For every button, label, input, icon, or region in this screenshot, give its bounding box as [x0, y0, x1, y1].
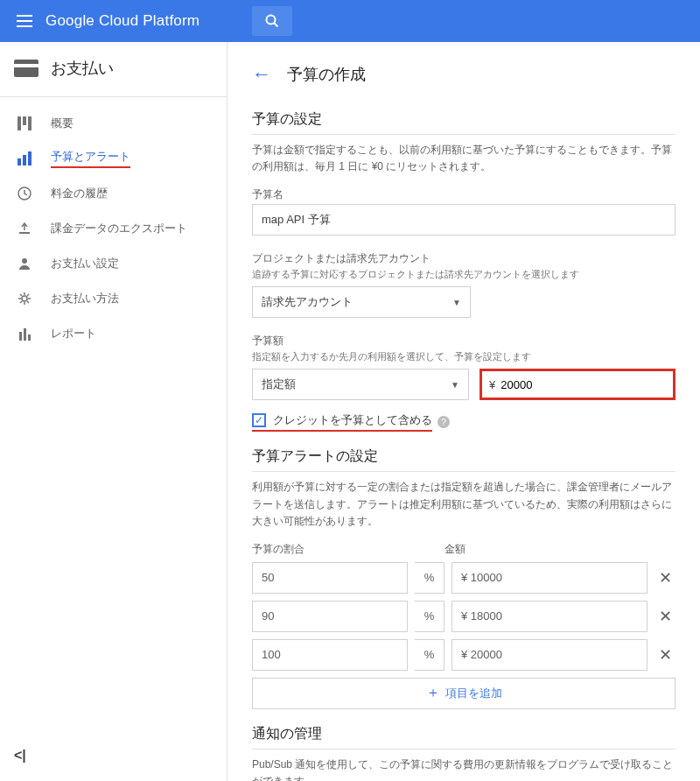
sidebar-item-export[interactable]: 課金データのエクスポート	[0, 211, 227, 246]
back-arrow-icon[interactable]: ←	[252, 63, 271, 86]
billing-icon	[14, 60, 38, 77]
sidebar-item-history[interactable]: 料金の履歴	[0, 176, 227, 211]
top-bar: Google Cloud Platform	[0, 0, 700, 42]
search-icon	[265, 14, 279, 28]
sidebar: お支払い 概要 予算とアラート 料金の履歴 課金データのエクスポート お支払い設…	[0, 42, 228, 781]
page-header: ← 予算の作成	[252, 63, 676, 86]
budgets-icon	[14, 148, 35, 169]
alert-table: 予算の割合 金額 % ¥ 10000 ✕ % ¥ 18000 ✕ % ¥ 200…	[252, 542, 676, 709]
budget-section-title: 予算の設定	[252, 110, 676, 135]
sidebar-item-label: 料金の履歴	[51, 186, 108, 201]
pct-symbol: %	[415, 601, 444, 632]
alert-amount: ¥ 20000	[452, 639, 648, 671]
amount-type-value: 指定額	[262, 376, 296, 392]
reports-icon	[14, 323, 35, 344]
alert-amount: ¥ 18000	[452, 601, 648, 632]
svg-rect-15	[28, 334, 31, 341]
menu-icon[interactable]	[7, 4, 42, 39]
svg-rect-13	[19, 332, 22, 341]
scope-select[interactable]: 請求先アカウント ▼	[252, 286, 471, 318]
svg-rect-14	[24, 328, 26, 341]
pct-symbol: %	[415, 639, 444, 671]
amount-input[interactable]	[500, 378, 666, 391]
chevron-down-icon: ▼	[452, 298, 461, 307]
search-button[interactable]	[252, 6, 292, 36]
add-item-button[interactable]: ＋ 項目を追加	[252, 678, 676, 709]
svg-point-11	[22, 258, 27, 264]
svg-rect-6	[18, 158, 21, 165]
delete-row-icon[interactable]: ✕	[654, 568, 676, 588]
gear-icon	[14, 288, 35, 309]
alert-pct-input[interactable]	[252, 601, 408, 632]
budget-name-label: 予算名	[252, 187, 676, 202]
alert-col-pct: 予算の割合	[252, 542, 444, 557]
logo: Google Cloud Platform	[46, 12, 200, 30]
amount-type-select[interactable]: 指定額 ▼	[252, 369, 469, 400]
svg-rect-1	[14, 60, 38, 77]
history-icon	[14, 183, 35, 204]
svg-rect-8	[28, 151, 32, 165]
sidebar-item-payment[interactable]: お支払い方法	[0, 281, 227, 316]
amount-sub: 指定額を入力するか先月の利用額を選択して、予算を設定します	[252, 350, 676, 363]
person-icon	[14, 253, 35, 274]
help-icon[interactable]: ?	[438, 416, 450, 428]
svg-rect-10	[19, 232, 30, 234]
sidebar-item-overview[interactable]: 概要	[0, 106, 227, 141]
chevron-down-icon: ▼	[451, 380, 459, 390]
svg-rect-2	[14, 64, 38, 67]
alert-amount: ¥ 10000	[452, 562, 648, 594]
delete-row-icon[interactable]: ✕	[654, 645, 676, 665]
amount-label: 予算額	[252, 334, 676, 348]
svg-rect-5	[28, 116, 32, 130]
credit-checkbox-label: クレジットを予算として含める	[273, 412, 432, 428]
svg-rect-3	[18, 116, 21, 130]
sidebar-item-label: レポート	[51, 326, 96, 341]
svg-point-12	[22, 296, 27, 301]
sidebar-item-label: 課金データのエクスポート	[51, 221, 187, 236]
page-title: 予算の作成	[287, 64, 366, 85]
scope-label: プロジェクトまたは請求先アカウント	[252, 251, 676, 266]
alert-row: % ¥ 10000 ✕	[252, 562, 676, 594]
sidebar-item-label: お支払い設定	[51, 256, 119, 271]
sidebar-item-label: 概要	[51, 116, 74, 131]
sidebar-item-label: お支払い方法	[51, 291, 119, 306]
credit-checkbox-row[interactable]: ✓ クレジットを予算として含める ?	[252, 412, 676, 432]
pct-symbol: %	[415, 562, 444, 594]
main-content: ← 予算の作成 予算の設定 予算は金額で指定することも、以前の利用額に基づいた予…	[228, 42, 700, 781]
sidebar-item-budgets[interactable]: 予算とアラート	[0, 141, 227, 176]
export-icon	[14, 218, 35, 239]
alert-row: % ¥ 18000 ✕	[252, 601, 676, 632]
alert-section-desc: 利用額が予算に対する一定の割合または指定額を超過した場合に、課金管理者にメールア…	[252, 479, 676, 530]
sidebar-item-reports[interactable]: レポート	[0, 316, 227, 351]
alert-row: % ¥ 20000 ✕	[252, 639, 676, 671]
svg-rect-4	[23, 116, 26, 125]
alert-col-amt: 金額	[444, 542, 676, 557]
budget-section-desc: 予算は金額で指定することも、以前の利用額に基づいた予算にすることもできます。予算…	[252, 142, 676, 175]
currency-symbol: ¥	[489, 378, 495, 391]
add-item-label: 項目を追加	[445, 686, 502, 701]
alert-pct-input[interactable]	[252, 562, 408, 594]
alert-pct-input[interactable]	[252, 639, 408, 671]
scope-value: 請求先アカウント	[262, 294, 353, 310]
sidebar-item-label: 予算とアラート	[51, 149, 130, 168]
sidebar-title: お支払い	[51, 58, 114, 79]
svg-point-0	[267, 16, 276, 25]
overview-icon	[14, 113, 35, 134]
sidebar-header: お支払い	[0, 58, 227, 96]
amount-input-highlight: ¥	[480, 369, 676, 400]
notify-section-title: 通知の管理	[252, 725, 676, 749]
scope-sub: 追跡する予算に対応するプロジェクトまたは請求先アカウントを選択します	[252, 268, 676, 281]
plus-icon: ＋	[426, 684, 440, 702]
checkbox-checked-icon: ✓	[252, 413, 266, 427]
budget-name-input[interactable]	[252, 204, 676, 236]
alert-section-title: 予算アラートの設定	[252, 447, 676, 472]
notify-section-desc: Pub/Sub 通知を使用して、この予算に関する費用の更新情報をプログラムで受け…	[252, 756, 676, 781]
delete-row-icon[interactable]: ✕	[654, 607, 676, 626]
collapse-sidebar[interactable]: <|	[14, 748, 26, 763]
sidebar-item-settings[interactable]: お支払い設定	[0, 246, 227, 281]
svg-rect-7	[23, 155, 26, 165]
